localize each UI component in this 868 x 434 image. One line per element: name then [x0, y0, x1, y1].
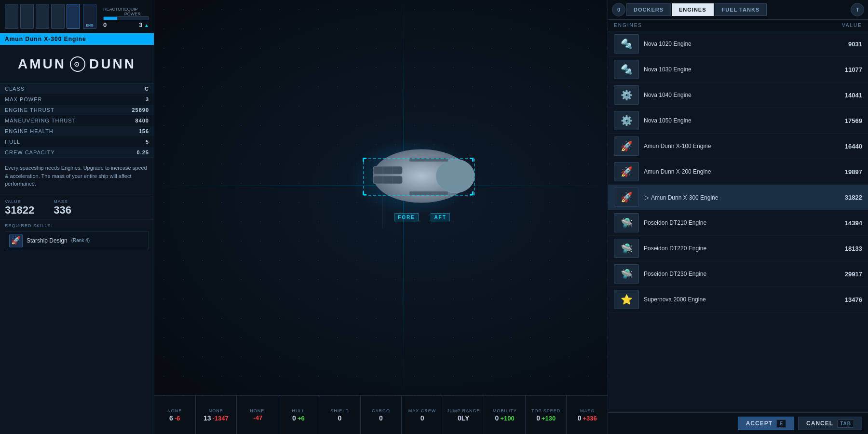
nav-zero-btn[interactable]: 0: [612, 3, 625, 16]
engine-list-item[interactable]: ⭐ Supernova 2000 Engine 13476: [608, 287, 868, 312]
stat-col-label: MAX CREW: [408, 408, 436, 413]
stat-base: 0: [578, 414, 582, 422]
top-nav: 0 DOCKERS ENGINES FUEL TANKS T: [608, 0, 868, 20]
bottom-stat-col: SHIELD 0: [319, 396, 361, 434]
nav-tab-dockers[interactable]: DOCKERS: [626, 3, 671, 16]
slot-box-eng[interactable]: [83, 4, 96, 29]
stat-base: 13: [203, 414, 211, 422]
svg-rect-13: [472, 158, 474, 162]
engine-name: Amun Dunn X-100 Engine: [644, 143, 828, 149]
slot-box-2[interactable]: [20, 4, 34, 29]
svg-rect-17: [472, 191, 474, 195]
skill-name: Starship Design: [27, 237, 68, 244]
skill-rank: (Rank 4): [71, 238, 90, 243]
stat-col-label: NONE: [209, 408, 223, 413]
engine-list-item[interactable]: 🚀 Amun Dunn X-200 Engine 19897: [608, 159, 868, 185]
stat-row: MAX POWER3: [0, 94, 154, 105]
engine-name: Nova 1040 Engine: [644, 92, 828, 98]
stat-value: 8400: [115, 115, 154, 126]
engine-list-item[interactable]: 🛸 Poseidon DT230 Engine 29917: [608, 261, 868, 287]
nav-tab-engines[interactable]: ENGINES: [672, 3, 714, 16]
engine-name: Poseidon DT220 Engine: [644, 245, 828, 252]
mfr-logo-icon: ⊙: [70, 56, 85, 72]
nav-t-btn[interactable]: T: [851, 3, 864, 16]
engine-name: ▷Amun Dunn X-300 Engine: [644, 193, 828, 201]
slot-box-5[interactable]: [67, 4, 80, 29]
bottom-stat-col: MAX CREW 0: [402, 396, 443, 434]
engine-value: 11077: [833, 66, 862, 73]
ship-svg: [335, 124, 489, 230]
stat-base: 0: [379, 414, 383, 422]
nav-tab-fuel-tanks[interactable]: FUEL TANKS: [715, 3, 767, 16]
cancel-button[interactable]: CANCEL TAB: [798, 417, 862, 430]
engine-list-item[interactable]: 🛸 Poseidon DT220 Engine 18133: [608, 236, 868, 261]
engine-value: 16440: [833, 143, 862, 150]
ship-viewport: FORE AFT: [154, 0, 608, 395]
stat-value: 0.25: [115, 147, 154, 158]
value-mass-row: VALUE 31822 MASS 336: [0, 194, 154, 219]
engine-list[interactable]: 🔩 Nova 1020 Engine 9031 🔩 Nova 1030 Engi…: [608, 31, 868, 412]
slot-box-4[interactable]: [51, 4, 65, 29]
stat-label: MANEUVERING THRUST: [0, 115, 115, 126]
col-value-label: VALUE: [842, 23, 862, 28]
engine-value: 17569: [833, 117, 862, 124]
engine-value: 9031: [833, 41, 862, 48]
stat-base: 0: [338, 414, 342, 422]
engine-list-item[interactable]: 🔩 Nova 1020 Engine 9031: [608, 31, 868, 57]
slot-box-3[interactable]: [36, 4, 49, 29]
engine-list-header: ENGINES VALUE: [608, 20, 868, 31]
equip-power-value: 3 ▲: [139, 21, 149, 28]
stat-col-label: NONE: [167, 408, 182, 413]
required-skills-section: REQUIRED SKILLS: 🚀 Starship Design (Rank…: [0, 219, 154, 254]
bottom-stat-col: NONE -47: [237, 396, 278, 434]
stat-delta: +6: [298, 415, 305, 422]
stat-row: CLASSC: [0, 83, 154, 94]
svg-rect-8: [409, 191, 448, 195]
engine-list-item[interactable]: ⚙️ Nova 1050 Engine 17569: [608, 108, 868, 134]
stat-row: HULL5: [0, 136, 154, 147]
engine-list-item[interactable]: 🔩 Nova 1030 Engine 11077: [608, 57, 868, 82]
engine-value: 13476: [833, 296, 862, 303]
accept-button[interactable]: ACCEPT E: [738, 417, 794, 430]
stat-col-label: MOBILITY: [493, 408, 517, 413]
stats-table: CLASSCMAX POWER3ENGINE THRUST25890MANEUV…: [0, 83, 154, 158]
stat-label: HULL: [0, 136, 115, 147]
bottom-stat-col: CARGO 0: [361, 396, 402, 434]
stat-row: ENGINE THRUST25890: [0, 105, 154, 115]
stat-col-label: CARGO: [372, 408, 390, 413]
stat-delta: -1347: [212, 415, 228, 422]
engine-list-item[interactable]: 🚀 Amun Dunn X-100 Engine 16440: [608, 134, 868, 159]
stat-delta: +336: [583, 415, 597, 422]
engine-value: 18133: [833, 245, 862, 252]
reactor-fill: [104, 17, 117, 20]
accept-key: E: [776, 420, 786, 428]
stat-val-row: 0: [420, 414, 424, 422]
engine-value: 14041: [833, 92, 862, 99]
mass-block: MASS 336: [54, 199, 71, 217]
manufacturer-logo: AMUN ⊙ DUNN: [18, 56, 136, 72]
selected-item-header: Amun Dunn X-300 Engine: [0, 33, 154, 45]
stat-val-row: 0: [379, 414, 383, 422]
svg-rect-3: [373, 176, 402, 184]
engine-thumbnail: ⚙️: [614, 85, 639, 105]
reactor-bar: [103, 16, 149, 20]
value-label: VALUE: [5, 199, 34, 204]
slot-box-1[interactable]: [5, 4, 18, 29]
reactor-label: REACTOR: [103, 7, 124, 16]
mfr-name-right: DUNN: [89, 56, 136, 72]
engine-list-item[interactable]: 🛸 Poseidon DT210 Engine 14394: [608, 210, 868, 236]
mass-number: 336: [54, 204, 71, 217]
engine-thumbnail: 🔩: [614, 34, 639, 54]
engine-thumbnail: 🔩: [614, 60, 639, 79]
engine-name: Poseidon DT210 Engine: [644, 219, 828, 226]
stat-value: 156: [115, 126, 154, 136]
mfr-name-left: AMUN: [18, 56, 66, 72]
stat-delta: +100: [500, 415, 514, 422]
bottom-stat-col: NONE 13 -1347: [196, 396, 237, 434]
engine-value: 14394: [833, 219, 862, 227]
bottom-stat-col: HULL 0 +6: [278, 396, 320, 434]
cancel-key: TAB: [837, 420, 854, 428]
engine-list-item[interactable]: ⚙️ Nova 1040 Engine 14041: [608, 82, 868, 108]
engine-list-item[interactable]: 🚀 ▷Amun Dunn X-300 Engine 31822: [608, 185, 868, 210]
bottom-stat-col: JUMP RANGE 0LY: [443, 396, 485, 434]
